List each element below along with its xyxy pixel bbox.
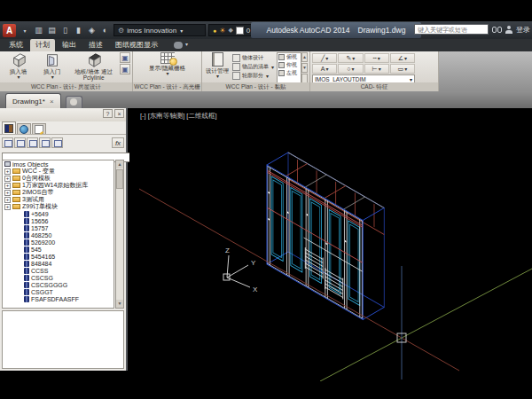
tree-scrollbar[interactable]: ▲ ▼	[115, 160, 124, 309]
drawing-canvas[interactable]: Z Y X	[129, 108, 532, 381]
tab-system[interactable]: 系统	[4, 39, 28, 51]
floor-wall-polyline-button[interactable]: 地板/墙体 通过 Pclylinie	[69, 52, 118, 81]
tree-folder[interactable]: Z99订单模块	[3, 203, 113, 210]
ribbon-options-icon[interactable]	[174, 42, 183, 49]
tree-folder[interactable]: 1万家园W14原始数据库	[3, 182, 113, 189]
file-tab-drawing1[interactable]: Drawing1* ×	[5, 93, 61, 108]
insert-wall-button[interactable]: 插入墙	[2, 52, 35, 81]
cad-tool-button[interactable]: ○	[338, 64, 363, 74]
tab-output[interactable]: 输出	[57, 39, 82, 51]
expander-icon[interactable]	[4, 204, 11, 210]
expander-icon[interactable]	[4, 168, 11, 175]
signin-link[interactable]: 登录	[516, 25, 530, 35]
viewport-menu-control[interactable]: [-]	[140, 112, 146, 121]
toolbar-button-4[interactable]	[39, 137, 51, 148]
scroll-up-icon[interactable]: ▲	[301, 52, 308, 62]
viewport-controls: [-] [东南等轴测] [二维线框]	[140, 112, 217, 121]
cabinet-icon	[24, 225, 29, 231]
expander-icon[interactable]	[4, 190, 11, 196]
cad-tool-button[interactable]: ⊢	[364, 64, 389, 74]
toolbar-button-3[interactable]	[27, 137, 38, 148]
qat-icon[interactable]: ◐	[99, 25, 111, 36]
tab-objects[interactable]	[2, 121, 16, 134]
tree-item[interactable]: 848484	[3, 260, 113, 267]
cad-tool-button[interactable]: ✎	[338, 53, 363, 63]
qat-icon[interactable]: ▮	[73, 25, 84, 36]
cad-tool-button[interactable]: A	[312, 64, 337, 74]
tab-plan[interactable]: 计划	[30, 39, 55, 51]
qat-icon[interactable]: ▤	[46, 25, 58, 36]
qat-icon[interactable]: ◈	[86, 25, 98, 36]
expander-icon[interactable]	[4, 176, 11, 182]
tree-folder[interactable]: WCC - 变量	[3, 168, 113, 175]
tab-sketch[interactable]	[32, 123, 46, 134]
tree-item[interactable]: CSGGT	[3, 288, 113, 295]
view-option[interactable]: 左视	[278, 69, 301, 77]
document-title: Drawing1.dwg	[358, 26, 406, 35]
object-design-button[interactable]: 物体设计	[232, 54, 275, 62]
tree-folder[interactable]: 3测试用	[3, 196, 113, 203]
cad-tool-button[interactable]: ▭	[390, 64, 415, 74]
cad-tool-button[interactable]: ╱	[312, 53, 337, 63]
qat-icon[interactable]: ▯	[59, 25, 71, 36]
tree-item[interactable]: +5649	[3, 210, 113, 217]
tab-describe[interactable]: 描述	[83, 39, 108, 51]
globe-icon	[20, 125, 28, 134]
view-control[interactable]: [东南等轴测]	[148, 112, 185, 121]
item-list-button[interactable]: 物品的清单	[232, 63, 275, 71]
scroll-down-icon[interactable]: ▼	[301, 63, 308, 73]
autocad-logo-icon[interactable]: A	[3, 24, 16, 37]
close-icon[interactable]: ×	[50, 98, 54, 106]
tree-item[interactable]: 468250	[3, 231, 113, 239]
app-menu-caret-icon[interactable]	[19, 25, 30, 36]
tool-icon	[232, 54, 240, 62]
toolbar-button-1[interactable]	[2, 137, 13, 148]
fx-button[interactable]: fx	[112, 137, 124, 148]
tab-catalog[interactable]	[17, 123, 31, 134]
expander-icon[interactable]	[4, 197, 11, 203]
gear-icon: ⚙	[118, 27, 124, 35]
tree-root[interactable]: imos Objects	[3, 160, 113, 168]
tree-folder[interactable]: 2iMOS自带	[3, 189, 113, 196]
ribbon-collapse-caret-icon[interactable]	[184, 34, 188, 50]
toolbar-button-5[interactable]	[51, 137, 63, 148]
tree-item[interactable]: CSCSGGGG	[3, 281, 113, 288]
tree-item[interactable]: 5269200	[3, 239, 113, 246]
tab-sheet-view-display[interactable]: 图纸视图显示	[110, 39, 163, 51]
search-icon[interactable]	[492, 27, 502, 33]
view-option[interactable]: 仰视	[278, 61, 301, 69]
mini-cube-icon[interactable]: ▣	[120, 64, 130, 74]
toggle-grid-button[interactable]: 显示/隐藏栅格	[138, 52, 197, 77]
tree-item[interactable]: FSAFSDFAASFF	[3, 295, 113, 302]
help-button[interactable]: ?	[103, 109, 113, 118]
panel-house-design: 插入墙 插入门 地板/墙体 通过 Pclylinie ▣ ▣ WCC Plan …	[0, 51, 133, 91]
workspace-combo[interactable]: ⚙ imos Innovation	[113, 24, 206, 36]
insert-door-button[interactable]: 插入门	[36, 52, 67, 81]
tree-item[interactable]: 15656	[3, 217, 113, 224]
user-icon[interactable]	[505, 26, 512, 34]
visual-style-control[interactable]: [二维线框]	[186, 112, 216, 121]
qat-icon[interactable]: ▥	[33, 25, 44, 36]
search-input[interactable]	[414, 24, 489, 35]
close-button[interactable]: ×	[114, 109, 124, 118]
tree-item[interactable]: 5454165	[3, 253, 113, 260]
tree-item[interactable]: 545	[3, 246, 113, 253]
tree-item[interactable]: 15757	[3, 224, 113, 231]
view-option[interactable]: 俯视	[278, 53, 301, 61]
scroll-up-icon[interactable]: ▲	[116, 160, 123, 168]
toolbar-button-2[interactable]	[14, 137, 26, 148]
design-manager-button[interactable]: 设计管理	[204, 52, 231, 80]
cad-tool-button[interactable]: ╌	[364, 53, 389, 63]
bulb-icon: ●	[213, 27, 216, 34]
cad-tool-button[interactable]: ∠	[390, 53, 415, 63]
scroll-down-icon[interactable]: ▼	[116, 300, 123, 308]
scroll-thumb[interactable]	[116, 169, 123, 189]
tool-icon	[232, 72, 240, 80]
tree-item[interactable]: CCSS	[3, 267, 113, 274]
mini-cube-icon[interactable]: ▣	[120, 52, 130, 63]
cabinet-icon	[24, 282, 29, 288]
expander-icon[interactable]	[4, 183, 11, 189]
tree-item[interactable]: CSCSG	[3, 274, 113, 281]
profile-part-button[interactable]: 轮廓部分	[232, 72, 275, 80]
new-tab-button[interactable]	[66, 96, 82, 108]
